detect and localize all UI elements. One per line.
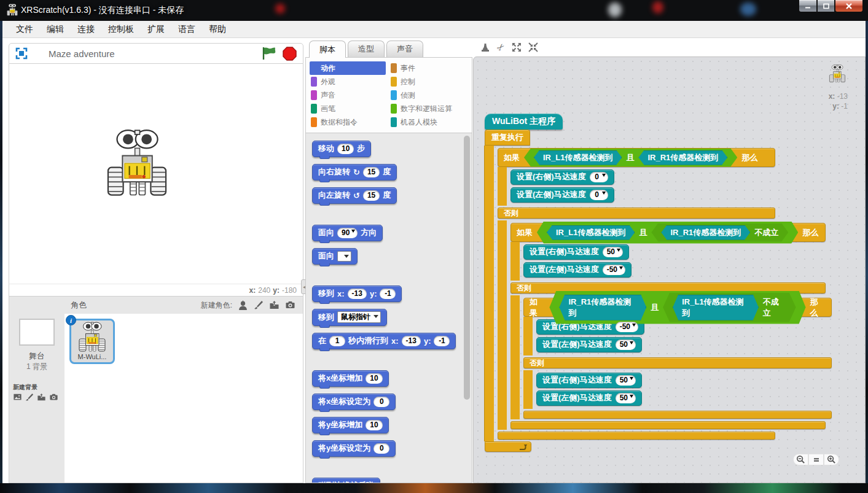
minimize-button[interactable] bbox=[799, 0, 817, 12]
block-change-y[interactable]: 将y坐标增加10 bbox=[312, 417, 389, 433]
sensor-ir-r1[interactable]: IR_R1传感器检测到 bbox=[559, 295, 646, 320]
block-point-towards[interactable]: 面向 bbox=[312, 248, 358, 265]
if-block-2[interactable]: 如果 IR_L1传感器检测到 且 IR_R1传感器检测到 不成立 bbox=[510, 223, 832, 429]
menu-file[interactable]: 文件 bbox=[10, 22, 39, 37]
and-operator[interactable]: IR_L1传感器检测到 且 IR_R1传感器检测到 bbox=[524, 149, 737, 167]
category-looks[interactable]: 外观 bbox=[310, 75, 389, 88]
scissors-icon[interactable]: ✂ bbox=[494, 41, 507, 54]
menu-extensions[interactable]: 扩展 bbox=[141, 22, 171, 37]
category-robot[interactable]: 机器人模块 bbox=[389, 115, 469, 129]
camera-icon[interactable] bbox=[285, 300, 295, 310]
menu-language[interactable]: 语言 bbox=[172, 22, 201, 37]
block-turn-left[interactable]: 向左旋转↺15度 bbox=[312, 187, 397, 204]
set-right-motor-block[interactable]: 设置(右侧)马达速度50 bbox=[523, 244, 629, 260]
paint-brush-icon[interactable] bbox=[254, 300, 264, 310]
mouse-x-value: 240 bbox=[258, 286, 270, 295]
mouse-y-value: -180 bbox=[282, 286, 297, 295]
tab-costumes[interactable]: 造型 bbox=[348, 41, 385, 57]
pen-swatch bbox=[311, 104, 317, 114]
category-motion[interactable]: 动作 bbox=[310, 61, 386, 75]
stop-icon[interactable] bbox=[283, 47, 297, 61]
menu-board[interactable]: 控制板 bbox=[102, 22, 140, 37]
grow-icon[interactable] bbox=[512, 42, 522, 52]
block-goto-xy[interactable]: 移到x:-13y:-1 bbox=[312, 285, 402, 302]
repeat-forever-block[interactable]: 重复执行 如果 IR_L1传感器检测到 且 IR_R1传感器检测到 bbox=[485, 130, 832, 452]
block-bounce-on-edge[interactable]: 碰到边缘就反弹 bbox=[312, 478, 380, 483]
block-goto-mouse[interactable]: 移到鼠标指针 bbox=[312, 309, 387, 326]
set-right-motor-block[interactable]: 设置(右侧)马达速度0 bbox=[510, 169, 614, 185]
repeat-bottom-bar bbox=[485, 441, 531, 452]
block-set-x[interactable]: 将x坐标设定为0 bbox=[312, 394, 396, 410]
dropdown bbox=[337, 251, 351, 262]
project-title[interactable]: Maze adventure bbox=[49, 49, 256, 59]
stage-label: 舞台 bbox=[29, 351, 45, 362]
zoom-controls bbox=[793, 454, 839, 465]
category-control[interactable]: 控制 bbox=[389, 75, 469, 88]
set-left-motor-block[interactable]: 设置(左侧)马达速度50 bbox=[536, 390, 642, 406]
paint-backdrop-icon[interactable] bbox=[25, 393, 34, 402]
script-stack[interactable]: WuLiBot 主程序 重复执行 如果 IR_L1传感器检测到 且 IR_R1传… bbox=[485, 114, 832, 452]
block-turn-right[interactable]: 向右旋转↻15度 bbox=[312, 164, 397, 181]
operators-swatch bbox=[391, 104, 397, 114]
if-bottom-bar bbox=[498, 432, 775, 440]
not-operator[interactable]: IR_R1传感器检测到 不成立 bbox=[651, 223, 788, 242]
sensor-ir-l1[interactable]: IR_L1传感器检测到 bbox=[673, 295, 759, 320]
fullscreen-icon[interactable] bbox=[15, 47, 28, 60]
tab-scripts[interactable]: 脚本 bbox=[309, 41, 346, 58]
upload-backdrop-icon[interactable] bbox=[37, 393, 46, 402]
set-right-motor-block[interactable]: 设置(右侧)马达速度50 bbox=[536, 373, 642, 388]
category-operators[interactable]: 数字和逻辑运算 bbox=[389, 102, 469, 115]
not-operator[interactable]: IR_L1传感器检测到 不成立 bbox=[663, 293, 796, 322]
stamp-icon[interactable] bbox=[480, 42, 490, 52]
camera-backdrop-icon[interactable] bbox=[49, 393, 58, 402]
stage-thumbnail[interactable] bbox=[19, 319, 55, 346]
and-operator[interactable]: IR_R1传感器检测到 且 IR_L1传感器检测到 不成立 bbox=[549, 291, 805, 324]
backdrop-library-icon[interactable] bbox=[13, 393, 22, 402]
palette-scrollbar[interactable] bbox=[464, 136, 470, 400]
category-pen[interactable]: 画笔 bbox=[310, 102, 389, 115]
hat-block-main-program[interactable]: WuLiBot 主程序 bbox=[485, 114, 563, 130]
script-canvas[interactable]: x: -13 y: -1 WuLiBot 主程序 重复执行 如果 IR_L1传感… bbox=[473, 56, 866, 483]
category-sound[interactable]: 声音 bbox=[310, 88, 389, 102]
sprite-card[interactable]: M-WuLi... i bbox=[69, 319, 115, 364]
set-left-motor-block[interactable]: 设置(左侧)马达速度0 bbox=[510, 187, 614, 203]
info-icon[interactable]: i bbox=[66, 315, 76, 325]
sensor-ir-r1[interactable]: IR_R1传感器检测到 bbox=[638, 150, 727, 165]
maximize-button[interactable] bbox=[817, 0, 835, 12]
if-block-1[interactable]: 如果 IR_L1传感器检测到 且 IR_R1传感器检测到 那么 设置(右侧)马达… bbox=[498, 148, 832, 440]
sensor-ir-l1[interactable]: IR_L1传感器检测到 bbox=[534, 150, 622, 165]
block-set-y[interactable]: 将y坐标设定为0 bbox=[312, 440, 396, 457]
sound-swatch bbox=[311, 90, 317, 100]
and-operator[interactable]: IR_L1传感器检测到 且 IR_R1传感器检测到 不成立 bbox=[537, 222, 798, 244]
loop-arrow-icon bbox=[518, 443, 528, 451]
menu-edit[interactable]: 编辑 bbox=[41, 22, 70, 37]
block-point-direction[interactable]: 面向90方向 bbox=[312, 225, 383, 241]
block-move-steps[interactable]: 移动10步 bbox=[312, 141, 371, 157]
sensor-ir-l1[interactable]: IR_L1传感器检测到 bbox=[547, 225, 635, 240]
set-left-motor-block[interactable]: 设置(左侧)马达速度-50 bbox=[523, 262, 631, 278]
sensor-ir-r1[interactable]: IR_R1传感器检测到 bbox=[661, 225, 750, 240]
zoom-out-icon[interactable] bbox=[793, 454, 808, 465]
menu-help[interactable]: 帮助 bbox=[203, 22, 232, 37]
tab-sounds[interactable]: 声音 bbox=[386, 41, 423, 57]
block-change-x[interactable]: 将x坐标增加10 bbox=[312, 370, 389, 387]
repeat-label[interactable]: 重复执行 bbox=[485, 130, 530, 146]
category-data[interactable]: 数据和指令 bbox=[310, 115, 389, 129]
new-sprite-library-icon[interactable] bbox=[238, 300, 248, 311]
zoom-in-icon[interactable] bbox=[824, 454, 839, 465]
block-glide[interactable]: 在1秒内滑行到x:-13y:-1 bbox=[312, 333, 456, 349]
robot-sprite[interactable] bbox=[103, 129, 171, 198]
stage-canvas[interactable] bbox=[9, 64, 303, 284]
menu-bar: 文件 编辑 连接 控制板 扩展 语言 帮助 bbox=[2, 21, 866, 38]
shrink-icon[interactable] bbox=[528, 42, 538, 52]
category-sensing[interactable]: 侦测 bbox=[389, 88, 469, 102]
category-events[interactable]: 事件 bbox=[389, 61, 469, 75]
menu-connect[interactable]: 连接 bbox=[71, 22, 101, 37]
close-button[interactable] bbox=[835, 0, 863, 12]
set-left-motor-block[interactable]: 设置(左侧)马达速度50 bbox=[536, 337, 642, 352]
if-block-3[interactable]: 如果 IR_R1传感器检测到 且 IR_L1传感器检测到 不成立 bbox=[523, 298, 832, 419]
upload-sprite-icon[interactable] bbox=[269, 300, 280, 310]
events-swatch bbox=[391, 63, 397, 73]
green-flag-icon[interactable] bbox=[262, 46, 276, 61]
zoom-reset-icon[interactable] bbox=[808, 454, 824, 465]
